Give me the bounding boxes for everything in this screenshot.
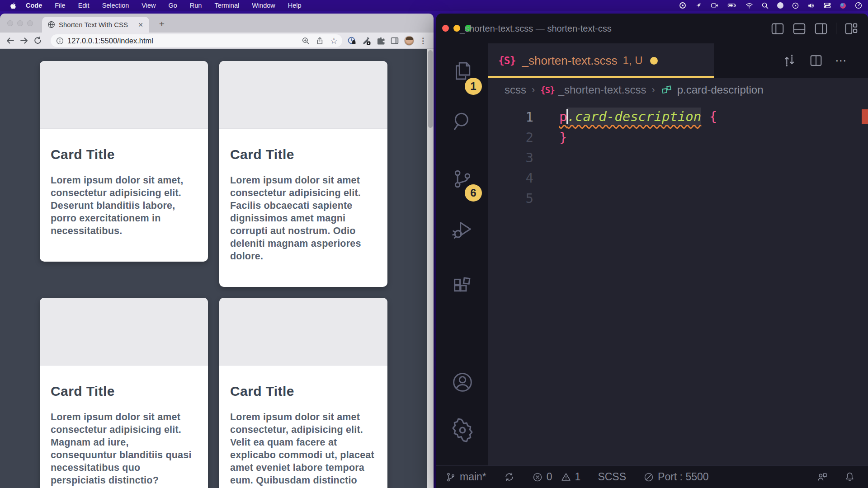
feedback-icon[interactable] [816, 471, 828, 483]
browser-close-button[interactable] [7, 20, 13, 26]
side-panel-icon[interactable] [390, 36, 399, 45]
menu-app-code[interactable]: Code [26, 2, 42, 9]
menu-selection[interactable]: Selection [102, 2, 129, 9]
toggle-panel-icon[interactable] [793, 23, 806, 35]
browser-tab-strip: Shorten Text With CSS ✕ + [0, 14, 434, 33]
editor-group: {S} _shorten-text.scss 1, U ⋯ scss › {S}… [488, 43, 868, 465]
screen-record-icon[interactable] [710, 1, 719, 9]
scss-file-icon: {S} [540, 85, 554, 95]
control-center-icon[interactable] [823, 1, 831, 9]
split-editor-icon[interactable] [809, 53, 823, 68]
card-description: Lorem ipsum dolor sit amet consectetur a… [230, 174, 377, 263]
wifi-icon[interactable] [745, 1, 754, 9]
card-image-placeholder [219, 61, 387, 129]
breadcrumb-file[interactable]: _shorten-text.scss [558, 84, 646, 96]
settings-gear-icon[interactable] [436, 418, 488, 443]
bookmark-star-icon[interactable]: ☆ [330, 37, 338, 45]
vscode-title-bar: _shorten-text.scss — shorten-text-css [436, 14, 868, 43]
breadcrumb-folder[interactable]: scss [505, 84, 526, 96]
live-server-port[interactable]: Port : 5500 [643, 471, 709, 483]
run-debug-icon[interactable] [436, 217, 488, 242]
menu-go[interactable]: Go [168, 2, 177, 9]
toggle-sidebar-icon[interactable] [771, 23, 784, 35]
vscode-window-title: _shorten-text.scss — shorten-text-css [460, 14, 612, 43]
tab-close-icon[interactable]: ✕ [137, 21, 145, 28]
code-line-3: 3 [488, 147, 868, 168]
forward-button[interactable] [17, 34, 31, 47]
extensions-puzzle-icon[interactable] [376, 36, 385, 45]
browser-minimize-button[interactable] [17, 20, 23, 26]
code-line-2: 2 } [488, 127, 868, 147]
siri-icon[interactable] [839, 2, 847, 9]
reload-button[interactable] [31, 34, 44, 47]
globe-icon [47, 21, 55, 28]
battery-icon[interactable] [727, 1, 737, 9]
address-bar[interactable]: 127.0.0.1:5500/index.html ☆ [51, 34, 342, 47]
scrollbar-thumb[interactable] [428, 50, 433, 128]
menu-window[interactable]: Window [252, 2, 275, 9]
new-tab-button[interactable]: + [156, 18, 168, 30]
menu-terminal[interactable]: Terminal [214, 2, 239, 9]
colorpicker-extension-icon[interactable] [362, 36, 371, 46]
menu-edit[interactable]: Edit [78, 2, 90, 9]
browser-menu-icon[interactable]: ⋮ [419, 36, 425, 46]
menu-file[interactable]: File [55, 2, 65, 9]
privacy-extension-icon[interactable] [347, 36, 357, 46]
code-editor[interactable]: 1 p.card-description { 2 } 3 4 5 [488, 102, 868, 444]
profile-avatar[interactable] [404, 36, 414, 46]
volume-icon[interactable] [807, 2, 816, 9]
clock-icon[interactable] [854, 1, 863, 9]
browser-zoom-button[interactable] [27, 20, 33, 26]
menu-run[interactable]: Run [190, 2, 202, 9]
browser-traffic-lights [7, 20, 33, 26]
back-button[interactable] [4, 34, 17, 47]
browser-toolbar: 127.0.0.1:5500/index.html ☆ ⋮ [0, 33, 434, 49]
browser-tab[interactable]: Shorten Text With CSS ✕ [42, 17, 149, 33]
editor-tab-problems-git: 1, U [623, 54, 643, 67]
macos-menu-bar: Code File Edit Selection View Go Run Ter… [0, 0, 868, 11]
url-text[interactable]: 127.0.0.1:5500/index.html [67, 37, 302, 45]
share-icon[interactable] [316, 37, 324, 45]
extensions-icon[interactable] [436, 274, 488, 299]
editor-actions: ⋯ [782, 43, 848, 78]
breadcrumb-symbol[interactable]: p.card-description [677, 84, 764, 96]
apple-menu-icon[interactable] [9, 2, 16, 9]
git-branch-status[interactable]: main* [445, 471, 486, 483]
language-mode[interactable]: SCSS [598, 471, 626, 483]
chevron-right-icon: › [532, 84, 535, 96]
status-dot-icon[interactable] [777, 2, 784, 9]
vscode-close-button[interactable] [442, 25, 449, 32]
error-count: 0 [547, 471, 552, 483]
card-image-placeholder [40, 298, 208, 366]
explorer-icon[interactable] [436, 58, 488, 84]
card-image-placeholder [40, 61, 208, 129]
desktop: Code File Edit Selection View Go Run Ter… [0, 0, 868, 488]
menu-view[interactable]: View [142, 2, 156, 9]
code-open-brace: { [701, 109, 717, 124]
menu-help[interactable]: Help [288, 2, 302, 9]
spotlight-search-icon[interactable] [761, 2, 769, 9]
toggle-secondary-sidebar-icon[interactable] [814, 23, 828, 35]
line-number: 1 [488, 109, 533, 125]
code-line-5: 5 [488, 188, 868, 208]
play-circle-icon[interactable] [792, 2, 799, 9]
customize-layout-icon[interactable] [844, 23, 858, 35]
record-icon[interactable] [679, 1, 687, 9]
source-control-badge: 6 [465, 184, 482, 202]
page-scrollbar[interactable] [427, 49, 434, 488]
problems-status[interactable]: 0 1 [532, 471, 581, 483]
open-changes-icon[interactable] [782, 53, 797, 68]
unsaved-dot-icon[interactable] [650, 57, 658, 65]
vscode-minimize-button[interactable] [453, 25, 460, 32]
account-icon[interactable] [436, 370, 488, 395]
search-icon[interactable] [436, 109, 488, 134]
zoom-page-icon[interactable] [302, 37, 310, 45]
rocket-icon[interactable] [694, 1, 703, 9]
line-number: 3 [488, 150, 533, 165]
editor-tab-shorten-text-scss[interactable]: {S} _shorten-text.scss 1, U [488, 43, 714, 78]
notifications-bell-icon[interactable] [844, 471, 855, 483]
more-actions-icon[interactable]: ⋯ [835, 54, 848, 68]
web-page: Card Title Lorem ipsum dolor sit amet, c… [0, 49, 434, 488]
sync-icon[interactable] [504, 471, 515, 483]
site-info-icon[interactable] [56, 37, 64, 45]
